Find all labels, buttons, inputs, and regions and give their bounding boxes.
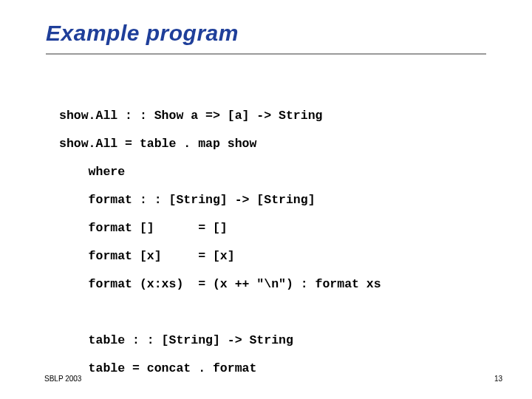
- code-line: show.All : : Show a => [a] -> String: [59, 109, 322, 123]
- code-line: show.All = table . map show: [59, 137, 256, 151]
- title-divider: [46, 53, 486, 55]
- footer-left: SBLP 2003: [44, 375, 81, 383]
- code-line: format : : [String] -> [String]: [59, 193, 316, 207]
- code-line: where: [59, 165, 125, 179]
- code-line: format [] = []: [59, 221, 228, 235]
- slide: Example program show.All : : Show a => […: [0, 0, 532, 399]
- code-block: show.All : : Show a => [a] -> String sho…: [59, 74, 381, 383]
- page-number: 13: [494, 375, 502, 383]
- code-line: format (x:xs) = (x ++ "\n") : format xs: [59, 277, 381, 291]
- slide-title: Example program: [46, 21, 239, 46]
- code-line: table = concat . format: [59, 361, 256, 375]
- code-line: format [x] = [x]: [59, 249, 235, 263]
- code-line: table : : [String] -> String: [59, 333, 293, 347]
